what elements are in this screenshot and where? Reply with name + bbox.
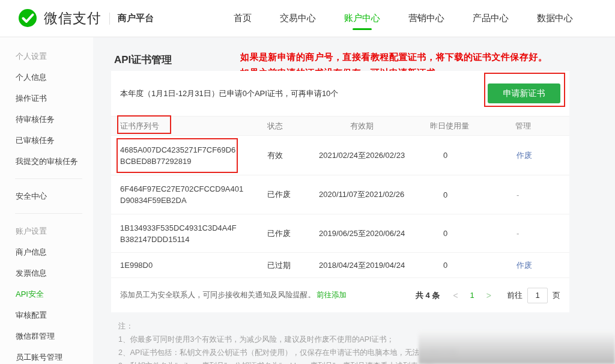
cert-serial: 6F464F97EC27E702CFCCD9A401 D90834F59EB2D…	[111, 183, 261, 206]
go-add-link[interactable]: 前往添加	[317, 291, 347, 299]
cert-validity: 2021/02/24至2026/02/23	[319, 150, 430, 161]
col-header-manage: 管理	[508, 121, 569, 132]
sidebar-divider	[15, 178, 82, 179]
sidebar-item-my-submitted-review-tasks[interactable]: 我提交的审核任务	[0, 151, 93, 172]
page-unit: 页	[553, 290, 560, 301]
top-nav: 首页 交易中心 账户中心 营销中心 产品中心 数据中心	[234, 13, 573, 24]
pagination: 共 4 条 < 1 > 前往 页	[416, 288, 560, 303]
col-header-validity: 有效期	[319, 121, 430, 132]
next-page-icon[interactable]: >	[486, 291, 491, 300]
cert-serial-line1: 4685A007DC4235271F7CF69D6	[120, 144, 261, 156]
page-title: API证书管理	[114, 53, 172, 67]
sidebar-item-invoice-info[interactable]: 发票信息	[0, 262, 93, 284]
table-row: 1B134933F535DC4931C3D4A4F B382147DDD1511…	[111, 214, 569, 252]
sidebar-section-account-settings: 账户设置	[0, 220, 93, 241]
cert-serial-line1: 1B134933F535DC4931C3D4A4F	[120, 222, 261, 234]
card-top-bar: 本年度（1月1日-12月31日）已申请0个API证书，可再申请10个 申请新证书	[111, 71, 569, 116]
cert-status: 已作废	[261, 189, 319, 200]
goto-label: 前往	[507, 290, 523, 301]
cert-validity: 2020/11/07至2021/02/26	[319, 189, 430, 200]
table-header-row: 证书序列号 状态 有效期 昨日使用量 管理	[111, 116, 569, 135]
sidebar-item-wechat-group-mgmt[interactable]: 微信群管理	[0, 326, 93, 347]
sidebar-section-personal-settings: 个人设置	[0, 46, 93, 67]
sidebar-item-security-center[interactable]: 安全中心	[0, 186, 93, 207]
merchant-platform-page: 微信支付 商户平台 首页 交易中心 账户中心 营销中心 产品中心 数据中心 个人…	[0, 0, 615, 364]
note-line-1: 1、你最多可同时使用3个有效证书，为减少风险，建议及时作废不使用的API证书；	[118, 333, 539, 346]
cert-serial: 1B134933F535DC4931C3D4A4F B382147DDD1511…	[111, 222, 261, 245]
cert-usage: 0	[430, 229, 508, 238]
total-count: 共 4 条	[416, 290, 440, 301]
brand-divider	[109, 13, 110, 25]
cert-serial-line1: 1E998D0	[120, 259, 261, 271]
void-cert-link[interactable]: 作废	[517, 261, 532, 270]
cert-usage: 0	[430, 151, 508, 160]
col-header-serial: 证书序列号	[111, 121, 261, 132]
red-annotation-line1: 如果是新申请的商户号，直接看教程配置证书，将下载的证书文件保存好。	[240, 49, 589, 65]
note-line-3: 3、私钥文件名为“prikey_序列号”，公钥证书名为“pubkey_序列号”，…	[118, 359, 539, 364]
table-row: 4685A007DC4235271F7CF69D6 BCBED8B7729281…	[111, 135, 569, 175]
quota-text: 本年度（1月1日-12月31日）已申请0个API证书，可再申请10个	[120, 88, 338, 99]
content-frame: 个人设置 个人信息 操作证书 待审核任务 已审核任务 我提交的审核任务 安全中心…	[0, 37, 615, 364]
cert-serial-line2: BCBED8B77292819	[120, 156, 261, 167]
top-header: 微信支付 商户平台 首页 交易中心 账户中心 营销中心 产品中心 数据中心	[0, 0, 615, 37]
nav-item-data-center[interactable]: 数据中心	[537, 13, 573, 24]
sidebar-item-operation-cert[interactable]: 操作证书	[0, 88, 93, 109]
notes-title: 注：	[118, 320, 539, 333]
note-line-2: 2、API证书包括：私钥文件及公钥证书（配对使用），仅保存在申请证书的电脑本地，…	[118, 346, 539, 359]
wechat-pay-logo-icon	[17, 8, 38, 29]
sidebar-item-staff-account-mgmt[interactable]: 员工账号管理	[0, 347, 93, 364]
cert-validity: 2018/04/24至2019/04/24	[319, 260, 430, 271]
no-action-dash: -	[517, 190, 519, 199]
nav-item-account-center[interactable]: 账户中心	[344, 13, 380, 24]
sidebar-item-personal-info[interactable]: 个人信息	[0, 67, 93, 88]
portal-label: 商户平台	[118, 13, 154, 24]
cert-serial: 4685A007DC4235271F7CF69D6 BCBED8B7729281…	[111, 144, 261, 167]
current-page[interactable]: 1	[470, 291, 474, 300]
nav-item-marketing-center[interactable]: 营销中心	[408, 13, 444, 24]
cert-status: 已作废	[261, 228, 319, 239]
void-cert-link[interactable]: 作废	[517, 151, 532, 160]
sidebar-item-merchant-info[interactable]: 商户信息	[0, 241, 93, 262]
sidebar: 个人设置 个人信息 操作证书 待审核任务 已审核任务 我提交的审核任务 安全中心…	[0, 37, 93, 364]
cert-serial-line2: D90834F59EB2DA	[120, 195, 261, 206]
notes-section: 注： 1、你最多可同时使用3个有效证书，为减少风险，建议及时作废不使用的API证…	[118, 320, 539, 364]
cert-usage: 0	[430, 190, 508, 199]
col-header-status: 状态	[261, 121, 319, 132]
sidebar-item-api-security[interactable]: API安全	[0, 284, 93, 305]
safety-contact-tip: 添加员工为安全联系人，可同步接收相关通知及风险提醒。前往添加	[120, 290, 347, 300]
goto-page-input[interactable]	[527, 288, 548, 303]
table-row: 1E998D0 已过期 2018/04/24至2019/04/24 0 作废	[111, 252, 569, 278]
cert-serial-line2: B382147DDD15114	[120, 234, 261, 245]
cert-validity: 2019/06/25至2020/06/24	[319, 228, 430, 239]
cert-management-card: 本年度（1月1日-12月31日）已申请0个API证书，可再申请10个 申请新证书…	[111, 71, 569, 312]
cert-serial: 1E998D0	[111, 259, 261, 271]
brand-logotype: 微信支付	[44, 9, 101, 28]
col-header-usage: 昨日使用量	[430, 121, 508, 132]
prev-page-icon[interactable]: <	[453, 291, 458, 300]
nav-item-home[interactable]: 首页	[234, 13, 252, 24]
nav-item-product-center[interactable]: 产品中心	[473, 13, 509, 24]
sidebar-item-reviewed-tasks[interactable]: 已审核任务	[0, 130, 93, 151]
sidebar-item-review-config[interactable]: 审核配置	[0, 305, 93, 326]
main-content: API证书管理 如果是新申请的商户号，直接看教程配置证书，将下载的证书文件保存好…	[93, 37, 615, 364]
nav-item-trade-center[interactable]: 交易中心	[280, 13, 316, 24]
no-action-dash: -	[517, 229, 519, 238]
tip-text: 添加员工为安全联系人，可同步接收相关通知及风险提醒。	[120, 291, 315, 299]
cert-status: 已过期	[261, 260, 319, 271]
apply-new-cert-button[interactable]: 申请新证书	[488, 83, 560, 103]
sidebar-divider	[15, 213, 82, 214]
cert-usage: 0	[430, 261, 508, 270]
brand: 微信支付 商户平台	[17, 8, 154, 29]
sidebar-item-pending-review-tasks[interactable]: 待审核任务	[0, 109, 93, 130]
cert-serial-line1: 6F464F97EC27E702CFCCD9A401	[120, 183, 261, 195]
cert-status: 有效	[261, 150, 319, 161]
table-row: 6F464F97EC27E702CFCCD9A401 D90834F59EB2D…	[111, 175, 569, 214]
card-footer: 添加员工为安全联系人，可同步接收相关通知及风险提醒。前往添加 共 4 条 < 1…	[111, 278, 569, 312]
